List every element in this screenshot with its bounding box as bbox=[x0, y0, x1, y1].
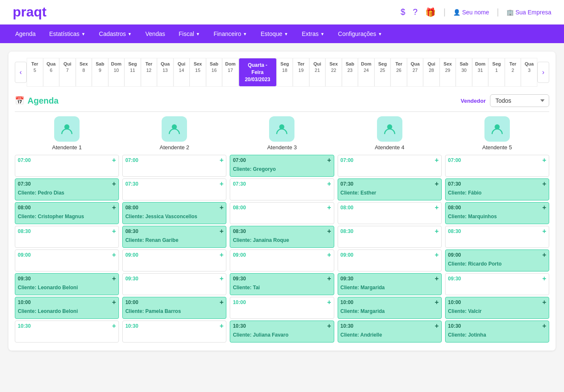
time-slot[interactable]: 10:30 + bbox=[122, 321, 226, 343]
slot-client[interactable]: Cliente: Margarida bbox=[338, 307, 441, 317]
date-item[interactable]: Ter2 bbox=[505, 58, 521, 87]
time-slot[interactable]: 08:00 + bbox=[230, 202, 334, 224]
slot-client[interactable]: Cliente: Juliana Favaro bbox=[230, 331, 333, 340]
date-item[interactable]: Qua27 bbox=[407, 58, 424, 87]
slot-add-button[interactable]: + bbox=[542, 322, 546, 330]
slot-client[interactable]: Cliente: Tai bbox=[230, 284, 333, 293]
slot-client[interactable]: Cliente: Janaina Roque bbox=[230, 236, 333, 246]
time-slot[interactable]: 07:00 + bbox=[445, 155, 549, 177]
slot-client[interactable]: Cliente: Leonardo Beloni bbox=[15, 284, 118, 293]
date-item[interactable]: Sex29 bbox=[440, 58, 456, 87]
nav-agenda[interactable]: Agenda bbox=[8, 25, 42, 43]
slot-add-button[interactable]: + bbox=[542, 251, 546, 259]
nav-financeiro[interactable]: Financeiro ▼ bbox=[207, 25, 254, 43]
time-slot[interactable]: 07:30 + Cliente: Fábio bbox=[445, 178, 549, 200]
nav-vendas[interactable]: Vendas bbox=[139, 25, 172, 43]
nav-configuracoes[interactable]: Configurações ▼ bbox=[331, 25, 389, 43]
slot-add-button[interactable]: + bbox=[112, 251, 116, 259]
time-slot[interactable]: 10:30 + Cliente: Andrielle bbox=[338, 321, 442, 343]
slot-add-button[interactable]: + bbox=[327, 322, 331, 330]
date-item[interactable]: Seg18 bbox=[277, 58, 293, 87]
slot-add-button[interactable]: + bbox=[220, 275, 223, 282]
slot-add-button[interactable]: + bbox=[112, 299, 116, 306]
date-item[interactable]: Seg11 bbox=[124, 58, 141, 87]
time-slot[interactable]: 10:30 + bbox=[15, 321, 119, 343]
time-slot[interactable]: 07:30 + Cliente: Pedro Dias bbox=[15, 178, 119, 200]
time-slot[interactable]: 09:30 + Cliente: Margarida bbox=[338, 273, 442, 295]
time-slot[interactable]: 08:30 + bbox=[445, 226, 549, 248]
time-slot[interactable]: 09:00 + bbox=[338, 249, 442, 271]
time-slot[interactable]: 07:30 + bbox=[122, 178, 226, 200]
slot-add-button[interactable]: + bbox=[435, 156, 438, 164]
slot-client[interactable]: Cliente: Cristopher Magnus bbox=[15, 213, 118, 222]
slot-add-button[interactable]: + bbox=[327, 299, 331, 306]
date-item[interactable]: Ter19 bbox=[293, 58, 309, 87]
slot-client[interactable]: Cliente: Renan Garibe bbox=[123, 236, 226, 246]
date-item[interactable]: Dom10 bbox=[108, 58, 125, 87]
time-slot[interactable]: 09:30 + Cliente: Tai bbox=[230, 273, 334, 295]
dollar-icon[interactable]: $ bbox=[401, 7, 405, 17]
slot-add-button[interactable]: + bbox=[327, 204, 331, 211]
time-slot[interactable]: 07:30 + bbox=[230, 178, 334, 200]
slot-add-button[interactable]: + bbox=[327, 228, 331, 235]
time-slot[interactable]: 07:00 + bbox=[15, 155, 119, 177]
date-item[interactable]: Qua13 bbox=[157, 58, 173, 87]
date-next-arrow[interactable]: › bbox=[537, 62, 549, 83]
date-item[interactable]: Qua6 bbox=[43, 58, 60, 87]
slot-add-button[interactable]: + bbox=[435, 228, 438, 235]
slot-add-button[interactable]: + bbox=[542, 228, 546, 235]
slot-add-button[interactable]: + bbox=[220, 299, 223, 306]
slot-add-button[interactable]: + bbox=[220, 204, 223, 211]
time-slot[interactable]: 07:00 + Cliente: Gregoryo bbox=[230, 155, 334, 177]
time-slot[interactable]: 07:00 + bbox=[338, 155, 442, 177]
date-item[interactable]: Seg25 bbox=[374, 58, 391, 87]
gift-icon[interactable]: 🎁 bbox=[425, 7, 436, 17]
time-slot[interactable]: 09:30 + bbox=[122, 273, 226, 295]
slot-add-button[interactable]: + bbox=[112, 275, 116, 282]
slot-add-button[interactable]: + bbox=[542, 180, 546, 188]
date-prev-arrow[interactable]: ‹ bbox=[15, 62, 27, 83]
slot-add-button[interactable]: + bbox=[220, 322, 223, 330]
slot-client[interactable]: Cliente: Esther bbox=[338, 189, 441, 198]
slot-add-button[interactable]: + bbox=[220, 251, 223, 259]
slot-add-button[interactable]: + bbox=[435, 322, 438, 330]
slot-add-button[interactable]: + bbox=[435, 275, 438, 282]
date-item[interactable]: Ter26 bbox=[391, 58, 407, 87]
date-item[interactable]: Qui14 bbox=[173, 58, 190, 87]
time-slot[interactable]: 08:30 + Cliente: Janaina Roque bbox=[230, 226, 334, 248]
slot-add-button[interactable]: + bbox=[542, 299, 546, 306]
slot-client[interactable]: Cliente: Pamela Barros bbox=[123, 307, 226, 317]
slot-add-button[interactable]: + bbox=[112, 228, 116, 235]
slot-client[interactable]: Cliente: Margarida bbox=[338, 284, 441, 293]
slot-client[interactable]: Cliente: Gregoryo bbox=[230, 165, 333, 175]
nav-fiscal[interactable]: Fiscal ▼ bbox=[172, 25, 206, 43]
time-slot[interactable]: 09:30 + bbox=[445, 273, 549, 295]
time-slot[interactable]: 10:00 + bbox=[230, 297, 334, 319]
date-item[interactable]: Dom17 bbox=[222, 58, 239, 87]
nav-extras[interactable]: Extras ▼ bbox=[295, 25, 331, 43]
slot-add-button[interactable]: + bbox=[435, 299, 438, 306]
date-item[interactable]: Seg1 bbox=[488, 58, 505, 87]
help-icon[interactable]: ? bbox=[413, 7, 418, 17]
slot-add-button[interactable]: + bbox=[112, 156, 116, 164]
slot-add-button[interactable]: + bbox=[327, 251, 331, 259]
slot-add-button[interactable]: + bbox=[220, 156, 223, 164]
time-slot[interactable]: 07:00 + bbox=[122, 155, 226, 177]
slot-client[interactable]: Cliente: Ricardo Porto bbox=[446, 260, 549, 269]
date-item[interactable]: Ter5 bbox=[27, 58, 43, 87]
date-item[interactable]: Sab9 bbox=[92, 58, 108, 87]
date-item[interactable]: Sex22 bbox=[325, 58, 342, 87]
date-item[interactable]: Sab30 bbox=[456, 58, 472, 87]
time-slot[interactable]: 08:30 + bbox=[338, 226, 442, 248]
date-item[interactable]: Dom24 bbox=[358, 58, 374, 87]
time-slot[interactable]: 08:30 + Cliente: Renan Garibe bbox=[122, 226, 226, 248]
time-slot[interactable]: 10:30 + Cliente: Jotinha bbox=[445, 321, 549, 343]
slot-client[interactable]: Cliente: Leonardo Beloni bbox=[15, 307, 118, 317]
time-slot[interactable]: 08:00 + Cliente: Jessica Vasconcellos bbox=[122, 202, 226, 224]
date-item[interactable]: Ter12 bbox=[141, 58, 157, 87]
slot-add-button[interactable]: + bbox=[542, 156, 546, 164]
time-slot[interactable]: 10:30 + Cliente: Juliana Favaro bbox=[230, 321, 334, 343]
slot-add-button[interactable]: + bbox=[435, 251, 438, 259]
time-slot[interactable]: 08:30 + bbox=[15, 226, 119, 248]
time-slot[interactable]: 10:00 + Cliente: Pamela Barros bbox=[122, 297, 226, 319]
